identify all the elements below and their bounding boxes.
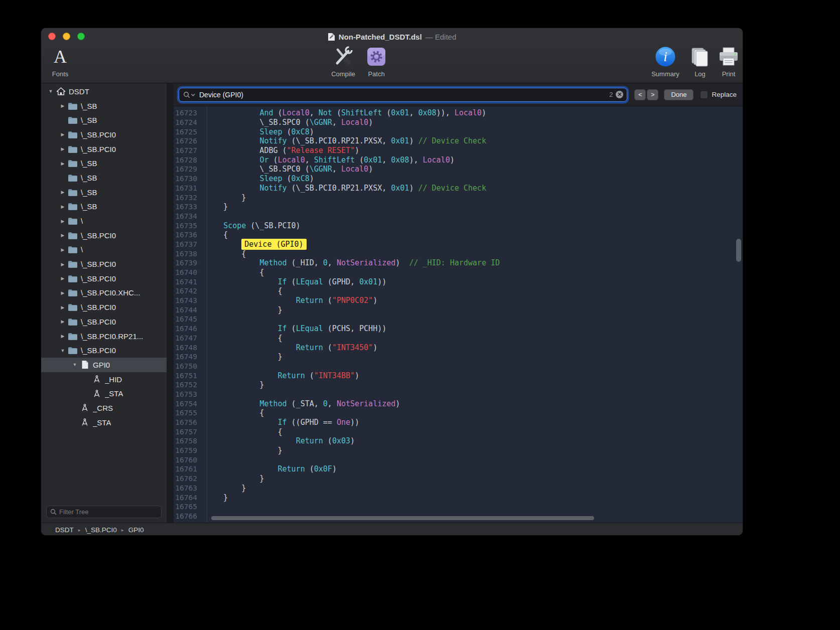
toolbar-log-button[interactable]: Log bbox=[687, 45, 713, 78]
toolbar-fonts-button[interactable]: A Fonts bbox=[44, 45, 76, 78]
find-next-button[interactable]: > bbox=[647, 89, 658, 100]
code-line[interactable]: 16765 bbox=[174, 502, 743, 512]
disclosure-closed-icon[interactable]: ▶ bbox=[58, 233, 67, 238]
toolbar-summary-button[interactable]: i Summary bbox=[649, 45, 681, 78]
code-line[interactable]: 16749 } bbox=[174, 352, 743, 362]
disclosure-closed-icon[interactable]: ▶ bbox=[58, 305, 67, 310]
find-field[interactable]: 2 ✕ bbox=[179, 88, 627, 102]
find-input[interactable] bbox=[199, 91, 606, 99]
replace-checkbox[interactable] bbox=[700, 91, 708, 99]
tree-item-_sb[interactable]: ▶\_SB bbox=[41, 200, 167, 214]
disclosure-closed-icon[interactable]: ▶ bbox=[58, 161, 67, 166]
search-menu-icon[interactable] bbox=[183, 91, 196, 98]
tree-item-_sbpci0[interactable]: ▶\_SB.PCI0 bbox=[41, 300, 167, 314]
disclosure-closed-icon[interactable]: ▶ bbox=[58, 103, 67, 108]
code-line[interactable]: 16743 Return ("PNP0C02") bbox=[174, 296, 743, 305]
find-previous-button[interactable]: < bbox=[634, 89, 646, 100]
disclosure-closed-icon[interactable]: ▶ bbox=[58, 334, 67, 339]
disclosure-closed-icon[interactable]: ▶ bbox=[58, 132, 67, 137]
disclosure-closed-icon[interactable]: ▶ bbox=[58, 276, 67, 281]
vertical-scrollbar[interactable] bbox=[736, 239, 741, 262]
tree-item-[interactable]: ▶\ bbox=[41, 243, 167, 257]
toolbar-patch-button[interactable]: Patch bbox=[360, 45, 392, 78]
code-line[interactable]: 16739 Method (_HID, 0, NotSerialized) //… bbox=[174, 258, 743, 268]
code-line[interactable]: 16762 } bbox=[174, 474, 743, 484]
split-divider[interactable] bbox=[167, 83, 174, 523]
code-line[interactable]: 16733 } bbox=[174, 202, 743, 212]
code-line[interactable]: 16751 Return ("INT34BB") bbox=[174, 371, 743, 380]
code-line[interactable]: 16753 bbox=[174, 390, 743, 399]
code-editor[interactable]: 16723 And (Local0, Not (ShiftLeft (0x01,… bbox=[174, 106, 743, 523]
tree-item-_sta[interactable]: _STA bbox=[41, 415, 167, 430]
tree-item-_crs[interactable]: _CRS bbox=[41, 401, 167, 415]
disclosure-closed-icon[interactable]: ▶ bbox=[58, 190, 67, 195]
breadcrumb-item[interactable]: \_SB.PCI0 bbox=[85, 526, 117, 534]
tree-item-_sbpci0[interactable]: ▶\_SB.PCI0 bbox=[41, 257, 167, 271]
tree-item-dsdt[interactable]: ▼DSDT bbox=[41, 84, 167, 99]
tree-item-_sbpci0rp21[interactable]: ▶\_SB.PCI0.RP21... bbox=[41, 329, 167, 344]
code-line[interactable]: 16741 If (LEqual (GPHD, 0x01)) bbox=[174, 277, 743, 286]
filter-tree-input[interactable] bbox=[59, 508, 158, 516]
code-line[interactable]: 16730 Sleep (0xC8) bbox=[174, 174, 743, 184]
code-line[interactable]: 16728 Or (Local0, ShiftLeft (0x01, 0x08)… bbox=[174, 155, 743, 165]
code-line[interactable]: 16738 { bbox=[174, 249, 743, 258]
tree-item-_sbpci0[interactable]: ▼\_SB.PCI0 bbox=[41, 343, 167, 358]
tree-item-_sta[interactable]: _STA bbox=[41, 386, 167, 401]
code-line[interactable]: 16727 ADBG ("Release RESET") bbox=[174, 146, 743, 155]
disclosure-closed-icon[interactable]: ▶ bbox=[58, 262, 67, 267]
code-line[interactable]: 16736 { bbox=[174, 230, 743, 240]
tree-item-_hid[interactable]: _HID bbox=[41, 372, 167, 387]
disclosure-open-icon[interactable]: ▼ bbox=[46, 89, 55, 94]
disclosure-closed-icon[interactable]: ▶ bbox=[58, 247, 67, 252]
code-line[interactable]: 16744 } bbox=[174, 305, 743, 314]
code-line[interactable]: 16726 Notify (\_SB.PCI0.RP21.PXSX, 0x01)… bbox=[174, 136, 743, 146]
code-line[interactable]: 16756 If ((GPHD == One)) bbox=[174, 418, 743, 427]
tree-item-_sb[interactable]: ▶\_SB bbox=[41, 156, 167, 171]
code-line[interactable]: 16747 { bbox=[174, 334, 743, 343]
breadcrumb-item[interactable]: GPI0 bbox=[128, 526, 144, 534]
tree-item-_sbpci0xhc[interactable]: ▶\_SB.PCI0.XHC... bbox=[41, 286, 167, 300]
tree-item-_sbpci0[interactable]: ▶\_SB.PCI0 bbox=[41, 314, 167, 329]
code-line[interactable]: 16732 } bbox=[174, 193, 743, 202]
code-line[interactable]: 16761 Return (0x0F) bbox=[174, 464, 743, 474]
code-line[interactable]: 16745 bbox=[174, 314, 743, 324]
code-line[interactable]: 16734 bbox=[174, 212, 743, 221]
breadcrumb-item[interactable]: DSDT bbox=[55, 526, 74, 534]
tree-item-_sb[interactable]: ▶\_SB bbox=[41, 99, 167, 113]
code-line[interactable]: 16723 And (Local0, Not (ShiftLeft (0x01,… bbox=[174, 108, 743, 118]
disclosure-closed-icon[interactable]: ▶ bbox=[58, 290, 67, 295]
disclosure-open-icon[interactable]: ▼ bbox=[70, 362, 79, 367]
code-line[interactable]: 16755 { bbox=[174, 408, 743, 418]
code-line[interactable]: 16764 } bbox=[174, 493, 743, 502]
disclosure-closed-icon[interactable]: ▶ bbox=[58, 204, 67, 209]
tree-item-_sbpci0[interactable]: ▶\_SB.PCI0 bbox=[41, 142, 167, 156]
tree-item-_sb[interactable]: \_SB bbox=[41, 113, 167, 127]
code-line[interactable]: 16752 } bbox=[174, 380, 743, 390]
code-line[interactable]: 16759 } bbox=[174, 446, 743, 455]
code-line[interactable]: 16724 \_SB.SPC0 (\GGNR, Local0) bbox=[174, 118, 743, 127]
code-line[interactable]: 16758 Return (0x03) bbox=[174, 436, 743, 446]
code-line[interactable]: 16742 { bbox=[174, 286, 743, 296]
code-line[interactable]: 16735 Scope (\_SB.PCI0) bbox=[174, 221, 743, 230]
code-line[interactable]: 16729 \_SB.SPC0 (\GGNR, Local0) bbox=[174, 165, 743, 174]
code-line[interactable]: 16750 bbox=[174, 362, 743, 371]
tree-item-gpi0[interactable]: ▼GPI0 bbox=[41, 358, 167, 372]
done-button[interactable]: Done bbox=[664, 89, 693, 100]
code-line[interactable]: 16737 Device (GPI0) bbox=[174, 240, 743, 249]
tree-item-_sbpci0[interactable]: ▶\_SB.PCI0 bbox=[41, 271, 167, 286]
filter-tree-field[interactable] bbox=[46, 506, 162, 518]
clear-search-icon[interactable]: ✕ bbox=[616, 91, 623, 98]
tree-item-_sb[interactable]: ▶\_SB bbox=[41, 185, 167, 200]
tree-item-_sb[interactable]: \_SB bbox=[41, 171, 167, 185]
code-line[interactable]: 16763 } bbox=[174, 484, 743, 493]
code-line[interactable]: 16746 If (LEqual (PCHS, PCHH)) bbox=[174, 324, 743, 334]
disclosure-closed-icon[interactable]: ▶ bbox=[58, 219, 67, 224]
toolbar-print-button[interactable]: Print bbox=[715, 45, 743, 78]
tree-item-_sbpci0[interactable]: ▶\_SB.PCI0 bbox=[41, 228, 167, 243]
tree-item-_sbpci0[interactable]: ▶\_SB.PCI0 bbox=[41, 127, 167, 142]
disclosure-closed-icon[interactable]: ▶ bbox=[58, 319, 67, 324]
horizontal-scrollbar[interactable] bbox=[211, 516, 594, 520]
code-line[interactable]: 16725 Sleep (0xC8) bbox=[174, 127, 743, 136]
code-line[interactable]: 16748 Return ("INT3450") bbox=[174, 343, 743, 352]
code-line[interactable]: 16740 { bbox=[174, 268, 743, 277]
